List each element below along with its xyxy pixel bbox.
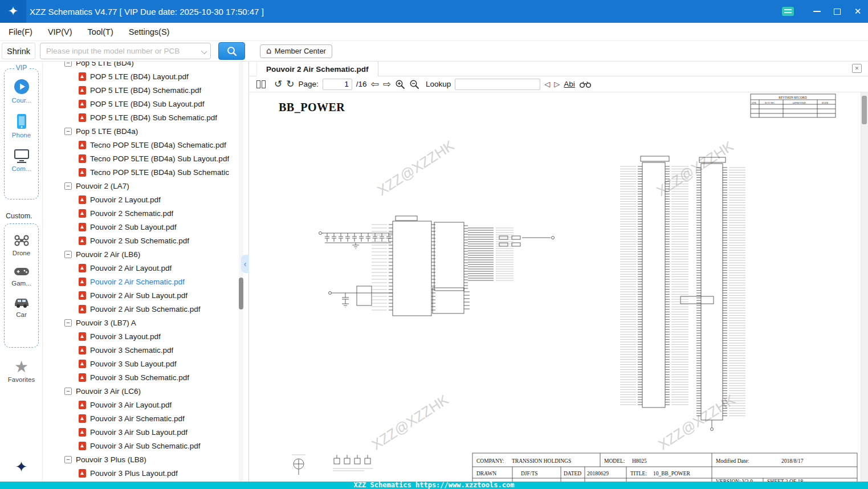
tree-file-row[interactable]: Tecno POP 5LTE (BD4a) Schematic.pdf bbox=[43, 138, 238, 152]
tree-folder-row[interactable]: −Pouvoir 3 Air (LC6) bbox=[43, 384, 238, 398]
tree-file-row[interactable]: Pouvoir 2 Layout.pdf bbox=[43, 193, 238, 206]
tree-file-row[interactable]: Pouvoir 3 Air Sub Schematic.pdf bbox=[43, 439, 238, 453]
tree-file-row[interactable]: Tecno POP 5LTE (BD4a) Sub Schematic bbox=[43, 165, 238, 179]
tree-file-row[interactable]: Pouvoir 3 Air Layout.pdf bbox=[43, 398, 238, 411]
tree-file-row[interactable]: POP 5 LTE (BD4) Sub Layout.pdf bbox=[43, 97, 238, 111]
collapse-minus-icon[interactable]: − bbox=[64, 251, 72, 258]
document-tab[interactable]: Pouvoir 2 Air Schematic.pdf bbox=[256, 62, 378, 76]
tree-file-row[interactable]: POP 5 LTE (BD4) Sub Schematic.pdf bbox=[43, 111, 238, 124]
tree-file-row[interactable]: Pouvoir 2 Air Sub Layout.pdf bbox=[43, 288, 238, 302]
shrink-button[interactable]: Shrink bbox=[2, 43, 35, 59]
tree-file-row[interactable]: Pouvoir 3 Air Schematic.pdf bbox=[43, 411, 238, 425]
tree-item-label: Pouvoir 3 Plus (LB8) bbox=[76, 455, 146, 464]
member-center-label: Member Center bbox=[275, 47, 326, 55]
close-document-button[interactable]: ✕ bbox=[852, 64, 862, 73]
tree-file-row[interactable]: Pouvoir 3 Schematic.pdf bbox=[43, 343, 238, 357]
collapse-minus-icon[interactable]: − bbox=[64, 128, 72, 135]
tree-file-row[interactable]: Pouvoir 3 Sub Layout.pdf bbox=[43, 357, 238, 370]
binoculars-icon[interactable] bbox=[579, 80, 592, 88]
tree-folder-row[interactable]: −Pouvoir 3 (LB7) A bbox=[43, 316, 238, 329]
tree-folder-row[interactable]: −Pouvoir 2 Air (LB6) bbox=[43, 247, 238, 261]
lookup-input[interactable] bbox=[455, 79, 540, 90]
panel-collapse-handle[interactable]: ‹ bbox=[241, 255, 249, 273]
pdf-scrollbar-thumb[interactable] bbox=[862, 96, 867, 124]
watermark: XZZ@XZZHK bbox=[655, 391, 738, 453]
pdf-viewer[interactable]: BB_POWER REVISION RECORD LTR ECO NO. APP… bbox=[250, 92, 868, 482]
tree-file-row[interactable]: Pouvoir 2 Air Layout.pdf bbox=[43, 261, 238, 275]
tree-item-label: Pouvoir 2 Sub Schematic.pdf bbox=[90, 237, 189, 245]
menu-file[interactable]: File(F) bbox=[9, 27, 32, 36]
tree-item-label: Pouvoir 3 Air Layout.pdf bbox=[90, 401, 172, 409]
member-center-button[interactable]: ⌂ Member Center bbox=[260, 44, 332, 58]
tree-item-label: Pouvoir 2 Layout.pdf bbox=[90, 195, 161, 204]
tree-scrollbar-thumb[interactable] bbox=[239, 278, 243, 309]
tree-file-row[interactable]: Pouvoir 3 Air Sub Layout.pdf bbox=[43, 425, 238, 439]
search-input[interactable] bbox=[40, 43, 211, 59]
maximize-button[interactable] bbox=[827, 0, 847, 23]
tree-folder-row[interactable]: −Pop 5 LTE (BD4) bbox=[43, 62, 238, 70]
sidebar-item-courses[interactable]: Cour... bbox=[5, 78, 38, 104]
page-number-input[interactable] bbox=[323, 79, 352, 90]
collapse-minus-icon[interactable]: − bbox=[64, 388, 72, 395]
rotate-right-icon[interactable]: ↻ bbox=[286, 79, 294, 89]
pdf-file-icon bbox=[79, 237, 86, 245]
tree-item-label: Tecno POP 5LTE (BD4a) Sub Schematic bbox=[90, 168, 229, 177]
sidebar-item-phone[interactable]: Phone bbox=[5, 113, 38, 138]
tree-file-row[interactable]: Pouvoir 2 Sub Schematic.pdf bbox=[43, 234, 238, 247]
search-button[interactable] bbox=[218, 42, 245, 60]
home-icon: ⌂ bbox=[266, 47, 272, 55]
tree-file-row[interactable]: Pouvoir 3 Plus Layout.pdf bbox=[43, 466, 238, 480]
tree-file-row[interactable]: Pouvoir 2 Schematic.pdf bbox=[43, 206, 238, 220]
sidebar-item-drone[interactable]: Drone bbox=[5, 233, 38, 256]
next-match-icon[interactable]: ▷ bbox=[554, 80, 560, 88]
drone-icon bbox=[13, 233, 30, 248]
sidebar: VIP Cour... Phone Com... Custom. Drone bbox=[0, 62, 43, 482]
pdf-scrollbar-track[interactable] bbox=[861, 92, 868, 482]
match-case-toggle[interactable]: Abi bbox=[564, 80, 575, 88]
menu-settings[interactable]: Settings(S) bbox=[129, 27, 170, 36]
prev-page-icon[interactable]: ⇦ bbox=[371, 79, 379, 89]
tree-item-label: Pouvoir 3 Plus Layout.pdf bbox=[90, 469, 178, 478]
tree-file-row[interactable]: POP 5 LTE (BD4) Schematic.pdf bbox=[43, 83, 238, 97]
app-logo: ✦ bbox=[0, 0, 26, 23]
minimize-button[interactable] bbox=[806, 0, 827, 23]
tree-folder-row[interactable]: −Pouvoir 3 Plus (LB8) bbox=[43, 453, 238, 466]
tree-file-row[interactable]: Pouvoir 3 Sub Schematic.pdf bbox=[43, 370, 238, 384]
tree-file-row[interactable]: Tecno POP 5LTE (BD4a) Sub Layout.pdf bbox=[43, 152, 238, 165]
star-icon: ★ bbox=[14, 359, 28, 375]
next-page-icon[interactable]: ⇨ bbox=[383, 79, 391, 89]
menu-tool[interactable]: Tool(T) bbox=[88, 27, 113, 36]
tree-file-row[interactable]: Pouvoir 3 Layout.pdf bbox=[43, 329, 238, 343]
misc-symbols bbox=[294, 455, 370, 475]
collapse-minus-icon[interactable]: − bbox=[64, 182, 72, 190]
close-button[interactable]: ✕ bbox=[847, 0, 868, 23]
tree-folder-row[interactable]: −Pop 5 LTE (BD4a) bbox=[43, 124, 238, 138]
revision-header: REVISION RECORD bbox=[779, 96, 806, 99]
menu-vip[interactable]: VIP(V) bbox=[48, 27, 72, 36]
tree-file-row[interactable]: Pouvoir 2 Sub Layout.pdf bbox=[43, 220, 238, 234]
sidebar-item-label: Com... bbox=[12, 165, 31, 172]
sidebar-item-computer[interactable]: Com... bbox=[5, 148, 38, 172]
sidebar-item-car[interactable]: Car bbox=[5, 296, 38, 318]
dated-label: DATED bbox=[564, 471, 581, 476]
car-icon bbox=[13, 296, 31, 309]
prev-match-icon[interactable]: ◁ bbox=[544, 80, 550, 88]
collapse-minus-icon[interactable]: − bbox=[64, 62, 72, 67]
collapse-minus-icon[interactable]: − bbox=[64, 456, 72, 463]
rotate-left-icon[interactable]: ↺ bbox=[274, 79, 282, 89]
tree-file-row[interactable]: POP 5 LTE (BD4) Layout.pdf bbox=[43, 70, 238, 83]
tree-item-label: Pouvoir 3 Sub Schematic.pdf bbox=[90, 373, 189, 382]
zoom-in-icon[interactable] bbox=[395, 79, 405, 89]
sidebar-item-favorites[interactable]: ★ Favorites bbox=[0, 359, 43, 383]
tree-item-label: POP 5 LTE (BD4) Sub Schematic.pdf bbox=[90, 113, 217, 122]
pdf-file-icon bbox=[79, 305, 86, 313]
collapse-minus-icon[interactable]: − bbox=[64, 319, 72, 327]
two-page-view-icon[interactable] bbox=[256, 80, 266, 88]
tree-file-row[interactable]: Pouvoir 2 Air Schematic.pdf bbox=[43, 275, 238, 288]
sidebar-item-game[interactable]: Gam... bbox=[5, 266, 38, 287]
custom-section-label: Custom. bbox=[6, 212, 32, 220]
zoom-out-icon[interactable] bbox=[409, 79, 419, 89]
vip-card-icon[interactable] bbox=[782, 7, 794, 16]
tree-file-row[interactable]: Pouvoir 2 Air Sub Schematic.pdf bbox=[43, 302, 238, 316]
tree-folder-row[interactable]: −Pouvoir 2 (LA7) bbox=[43, 179, 238, 193]
